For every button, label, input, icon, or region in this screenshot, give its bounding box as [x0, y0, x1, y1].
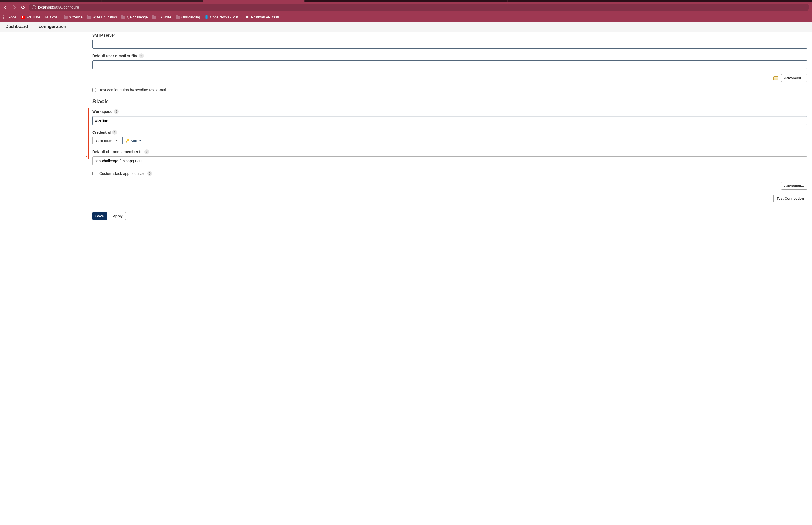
- nav-back-button[interactable]: [3, 4, 9, 10]
- bookmark-qa-wize[interactable]: QA Wize: [152, 15, 171, 19]
- bookmark-youtube[interactable]: YouTube: [21, 15, 40, 19]
- left-column: [2, 31, 86, 32]
- bookmark-onboarding[interactable]: OnBoarding: [176, 15, 200, 19]
- url-bar[interactable]: i localhost:8080/configure: [29, 3, 809, 11]
- bookmarks-bar: Apps YouTube M Gmail Wizeline Wize Educa…: [0, 12, 812, 21]
- bookmark-label: Gmail: [50, 15, 59, 19]
- browser-chrome: i localhost:8080/configure: [0, 2, 812, 12]
- bookmark-label: Postman API testi...: [251, 15, 281, 19]
- tab-strip: [0, 0, 812, 2]
- bookmark-qa-challenge[interactable]: QA challenge: [121, 15, 148, 19]
- globe-icon: 🌐: [204, 15, 208, 19]
- workspace: SMTP server Default user e-mail suffix ?…: [2, 31, 812, 32]
- folder-icon: [64, 15, 68, 19]
- folder-icon: [152, 15, 156, 19]
- bookmark-label: Wizeline: [69, 15, 83, 19]
- bookmark-postman[interactable]: Postman API testi...: [246, 15, 281, 19]
- nav-forward-button[interactable]: [11, 4, 17, 10]
- bookmark-wize-education[interactable]: Wize Education: [87, 15, 117, 19]
- bookmark-gmail[interactable]: M Gmail: [44, 15, 59, 19]
- url-text: localhost:8080/configure: [38, 5, 79, 10]
- folder-icon: [176, 15, 180, 19]
- bookmark-label: Code blocks - Mat...: [210, 15, 241, 19]
- apps-icon: [3, 15, 7, 19]
- nav-reload-button[interactable]: [20, 4, 26, 10]
- bookmark-label: OnBoarding: [181, 15, 200, 19]
- postman-icon: [246, 15, 250, 19]
- bookmark-label: QA Wize: [158, 15, 171, 19]
- bookmark-label: Apps: [9, 15, 16, 19]
- bookmark-wizeline[interactable]: Wizeline: [64, 15, 83, 19]
- breadcrumb-dashboard[interactable]: Dashboard: [5, 24, 28, 29]
- gmail-icon: M: [44, 15, 49, 19]
- bookmark-code-blocks[interactable]: 🌐 Code blocks - Mat...: [204, 15, 241, 19]
- breadcrumb-current: configuration: [39, 24, 66, 29]
- bookmark-label: Wize Education: [92, 15, 117, 19]
- bookmark-apps[interactable]: Apps: [3, 15, 16, 19]
- youtube-icon: [21, 15, 25, 19]
- chevron-right-icon: ›: [33, 25, 34, 28]
- site-info-icon[interactable]: i: [32, 5, 36, 10]
- bookmark-label: QA challenge: [127, 15, 148, 19]
- main-column: SMTP server Default user e-mail suffix ?…: [86, 31, 812, 32]
- breadcrumb: Dashboard › configuration: [0, 21, 812, 32]
- folder-icon: [121, 15, 126, 19]
- bookmark-label: YouTube: [26, 15, 40, 19]
- folder-icon: [87, 15, 91, 19]
